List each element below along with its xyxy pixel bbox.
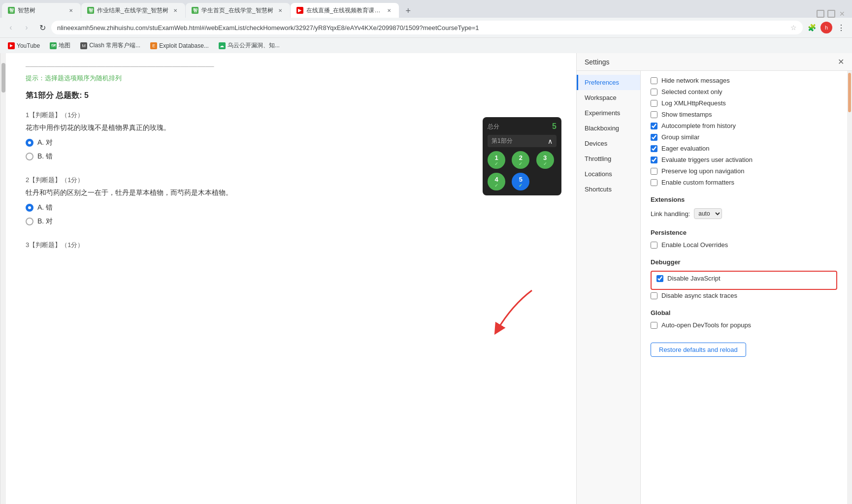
window-close-button[interactable]: ✕ <box>838 10 846 18</box>
nav-devices[interactable]: Devices <box>577 136 640 151</box>
tab-3[interactable]: 智 学生首页_在线学堂_智慧树 ✕ <box>186 3 290 18</box>
reload-button[interactable]: ↻ <box>35 21 49 34</box>
radio-1a-selected <box>26 139 33 147</box>
link-handling-select[interactable]: auto none <box>694 208 722 219</box>
q-circle-4[interactable]: 4 ✓ <box>488 173 505 190</box>
forward-button[interactable]: › <box>20 21 33 34</box>
checkbox-eval-triggers: Evaluate triggers user activation <box>651 156 837 163</box>
checkbox-preserve-log-label: Preserve log upon navigation <box>661 167 744 175</box>
nav-preferences[interactable]: Preferences <box>577 75 640 90</box>
page-scroll-thumb <box>1 63 5 93</box>
checkbox-eval-triggers-input[interactable] <box>651 157 657 163</box>
nav-workspace[interactable]: Workspace <box>577 90 640 105</box>
q-circle-5[interactable]: 5 ✓ <box>512 173 529 190</box>
checkbox-custom-formatters-input[interactable] <box>651 179 657 186</box>
question-2-option-b[interactable]: B. 对 <box>26 217 557 226</box>
tab-1[interactable]: 智 智慧树 ✕ <box>2 3 81 18</box>
nav-experiments[interactable]: Experiments <box>577 105 640 121</box>
nav-locations[interactable]: Locations <box>577 166 640 182</box>
address-bar[interactable]: nlineexamh5new.zhihuishu.com/stuExamWeb.… <box>51 21 803 34</box>
new-tab-button[interactable]: + <box>401 4 415 18</box>
back-button[interactable]: ‹ <box>4 21 18 34</box>
tab-2-close[interactable]: ✕ <box>171 6 179 14</box>
score-section-arrow: ∧ <box>548 137 553 145</box>
question-1-option-a-text: A. 对 <box>37 138 53 147</box>
main-area: ────────────────────────────────────────… <box>0 53 852 504</box>
radio-2b-empty <box>26 218 33 225</box>
nav-blackboxing[interactable]: Blackboxing <box>577 121 640 136</box>
checkbox-autocomplete: Autocomplete from history <box>651 122 837 129</box>
question-1-option-b[interactable]: B. 错 <box>26 152 557 161</box>
checkbox-custom-formatters-label: Enable custom formatters <box>661 179 734 186</box>
tab-1-close[interactable]: ✕ <box>67 6 75 14</box>
question-2-content: 牡丹和芍药的区别之一在于，牡丹是草本植物，而芍药是木本植物。 <box>26 189 557 197</box>
extensions-button[interactable]: 🧩 <box>805 21 819 34</box>
nav-bar: ‹ › ↻ nlineexamh5new.zhihuishu.com/stuEx… <box>0 18 852 37</box>
checkbox-disable-js-label: Disable JavaScript <box>667 275 721 282</box>
q-circle-1[interactable]: 1 ✓ <box>488 151 505 169</box>
link-handling-row: Link handling: auto none <box>651 208 837 219</box>
checkbox-selected-context-label: Selected context only <box>661 88 722 95</box>
bookmark-cloud[interactable]: ☁ 乌云公开漏洞、知... <box>217 40 282 51</box>
menu-button[interactable]: ⋮ <box>834 21 848 34</box>
checkbox-auto-open: Auto-open DevTools for popups <box>651 321 837 329</box>
score-total-label: 总分 <box>488 123 499 131</box>
profile-button[interactable]: h <box>820 22 832 33</box>
bookmarks-bar: ▶ YouTube 🗺 地图 M Clash 常用客户端... E Exploi… <box>0 37 852 53</box>
checkbox-eager-eval-input[interactable] <box>651 145 657 152</box>
tab-4[interactable]: ▶ 在线直播_在线视频教育课程_智... ✕ <box>291 3 399 18</box>
restore-defaults-button[interactable]: Restore defaults and reload <box>651 343 746 357</box>
score-section-bar: 第1部分 ∧ <box>488 135 557 147</box>
checkbox-group-similar-input[interactable] <box>651 134 657 141</box>
checkbox-selected-context-input[interactable] <box>651 89 657 95</box>
bookmark-map-label: 地图 <box>59 41 70 50</box>
question-2-option-a[interactable]: A. 错 <box>26 203 557 212</box>
settings-scroll-thumb <box>848 73 851 112</box>
minimize-button[interactable] <box>817 10 824 18</box>
nav-shortcuts[interactable]: Shortcuts <box>577 182 640 197</box>
checkbox-log-xml-input[interactable] <box>651 100 657 107</box>
checkbox-disable-js-input[interactable] <box>656 275 663 282</box>
question-2: 2【判断题】（1分） 牡丹和芍药的区别之一在于，牡丹是草本植物，而芍药是木本植物… <box>26 176 557 226</box>
score-overlay: 总分 5 第1部分 ∧ 1 ✓ 2 ✓ 3 ✓ <box>483 117 561 195</box>
settings-scrollbar[interactable] <box>847 71 852 504</box>
question-1-option-a[interactable]: A. 对 <box>26 138 557 147</box>
hint-text: 提示：选择题选项顺序为随机排列 <box>26 74 557 83</box>
exploit-icon: E <box>150 42 157 49</box>
youtube-icon: ▶ <box>8 42 15 49</box>
checkbox-local-overrides-label: Enable Local Overrides <box>661 241 728 249</box>
tab-1-title: 智慧树 <box>18 6 64 15</box>
bookmark-youtube[interactable]: ▶ YouTube <box>6 41 42 50</box>
bookmark-clash[interactable]: M Clash 常用客户端... <box>78 40 142 51</box>
devtools-body: Preferences Workspace Experiments Blackb… <box>577 71 852 504</box>
checkbox-auto-open-input[interactable] <box>651 322 657 329</box>
debugger-title: Debugger <box>651 258 837 266</box>
checkbox-autocomplete-input[interactable] <box>651 123 657 129</box>
bookmark-map[interactable]: 🗺 地图 <box>48 40 72 51</box>
checkbox-local-overrides: Enable Local Overrides <box>651 241 837 249</box>
tab-3-close[interactable]: ✕ <box>276 6 284 14</box>
checkbox-disable-async-input[interactable] <box>651 292 657 299</box>
link-handling-label: Link handling: <box>651 210 690 218</box>
tab-2-title: 作业结果_在线学堂_智慧树 <box>97 6 168 15</box>
checkbox-preserve-log-input[interactable] <box>651 168 657 175</box>
q-circle-3[interactable]: 3 ✓ <box>536 151 554 169</box>
tab-3-favicon: 智 <box>192 7 198 14</box>
bookmark-star-icon[interactable]: ☆ <box>790 24 797 32</box>
browser-nav-icons: 🧩 h ⋮ <box>805 21 848 34</box>
devtools-close-button[interactable]: ✕ <box>838 57 844 66</box>
tab-2[interactable]: 智 作业结果_在线学堂_智慧树 ✕ <box>81 3 185 18</box>
score-total-value: 5 <box>552 122 557 131</box>
checkbox-disable-js: Disable JavaScript <box>656 275 831 282</box>
maximize-button[interactable] <box>827 10 835 18</box>
checkbox-show-timestamps-input[interactable] <box>651 111 657 118</box>
extensions-title: Extensions <box>651 196 837 203</box>
checkbox-local-overrides-input[interactable] <box>651 242 657 249</box>
checkbox-hide-network-input[interactable] <box>651 77 657 84</box>
page-scrollbar[interactable] <box>0 53 6 504</box>
checkbox-hide-network-label: Hide network messages <box>661 77 730 84</box>
q-circle-2[interactable]: 2 ✓ <box>512 151 529 169</box>
tab-4-close[interactable]: ✕ <box>385 6 393 14</box>
nav-throttling[interactable]: Throttling <box>577 151 640 166</box>
bookmark-exploit[interactable]: E Exploit Database... <box>148 41 211 50</box>
